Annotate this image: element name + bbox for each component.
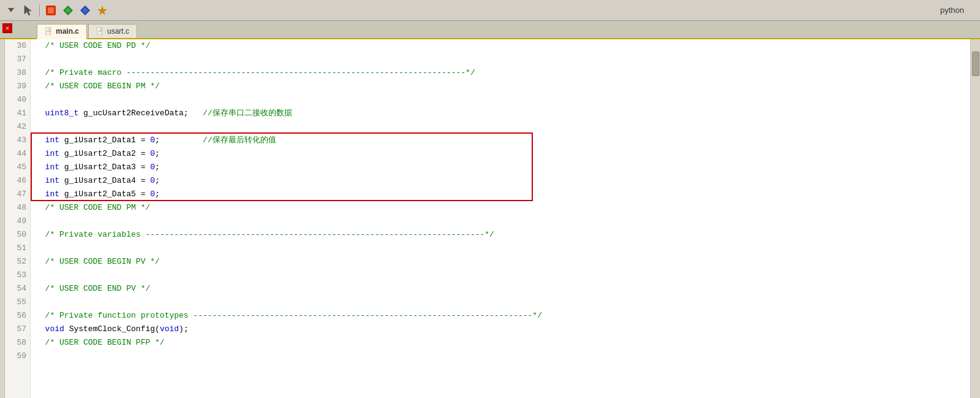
line-num-42: 42 bbox=[5, 120, 30, 134]
toolbar: python bbox=[0, 0, 980, 21]
code-line-52: /* USER CODE BEGIN PV */ bbox=[36, 255, 970, 269]
code-line-56: /* Private function prototypes ---------… bbox=[36, 309, 970, 323]
line-num-52: 52 bbox=[5, 255, 30, 269]
code-line-53 bbox=[36, 269, 970, 282]
line-num-56: 56 bbox=[5, 309, 30, 323]
tab-close-button[interactable]: ✕ bbox=[2, 23, 12, 33]
code-line-51 bbox=[36, 242, 970, 255]
code-line-49 bbox=[36, 215, 970, 228]
code-line-37 bbox=[36, 53, 970, 66]
code-line-36: /* USER CODE END PD */ bbox=[36, 39, 970, 53]
python-label: python bbox=[940, 6, 976, 15]
tab-bar: ✕ main.c usart.c bbox=[0, 21, 980, 39]
line-num-46: 46 bbox=[5, 174, 30, 188]
line-num-41: 41 bbox=[5, 107, 30, 120]
code-line-38: /* Private macro -----------------------… bbox=[36, 66, 970, 80]
line-num-48: 48 bbox=[5, 201, 30, 215]
line-num-45: 45 bbox=[5, 161, 30, 174]
line-num-55: 55 bbox=[5, 296, 30, 309]
green-diamond-icon[interactable] bbox=[61, 3, 75, 18]
code-line-47: int g_iUsart2_Data5 = 0; bbox=[36, 188, 970, 201]
code-line-42 bbox=[36, 120, 970, 134]
code-line-57: void SystemClock_Config(void); bbox=[36, 323, 970, 336]
line-num-39: 39 bbox=[5, 80, 30, 93]
line-num-44: 44 bbox=[5, 147, 30, 161]
line-num-43: 43 bbox=[5, 134, 30, 147]
line-num-36: 36 bbox=[5, 39, 30, 53]
svg-marker-0 bbox=[24, 6, 31, 15]
red-box-icon[interactable] bbox=[43, 3, 58, 18]
code-line-41: uint8_t g_ucUsart2ReceiveData; //保存串口二接收… bbox=[36, 107, 970, 120]
line-num-49: 49 bbox=[5, 215, 30, 228]
star-icon[interactable] bbox=[95, 3, 110, 18]
tab-main-c-label: main.c bbox=[56, 27, 79, 36]
toolbar-separator-1 bbox=[39, 4, 40, 17]
tab-main-c[interactable]: main.c bbox=[37, 24, 87, 39]
code-line-54: /* USER CODE END PV */ bbox=[36, 282, 970, 296]
code-line-58: /* USER CODE BEGIN PFP */ bbox=[36, 336, 970, 350]
line-num-58: 58 bbox=[5, 336, 30, 350]
code-line-55 bbox=[36, 296, 970, 309]
line-num-47: 47 bbox=[5, 188, 30, 201]
svg-rect-2 bbox=[48, 7, 54, 13]
blue-diamond-icon[interactable] bbox=[78, 3, 92, 18]
code-line-40 bbox=[36, 93, 970, 107]
code-line-59 bbox=[36, 350, 970, 363]
svg-marker-7 bbox=[97, 6, 107, 15]
cursor-icon[interactable] bbox=[21, 3, 36, 18]
line-num-50: 50 bbox=[5, 228, 30, 242]
editor-container: 36 37 38 39 40 41 42 43 44 45 46 47 48 4… bbox=[0, 39, 980, 398]
line-num-57: 57 bbox=[5, 323, 30, 336]
line-numbers: 36 37 38 39 40 41 42 43 44 45 46 47 48 4… bbox=[5, 39, 31, 398]
line-num-54: 54 bbox=[5, 282, 30, 296]
line-num-40: 40 bbox=[5, 93, 30, 107]
line-num-37: 37 bbox=[5, 53, 30, 66]
code-line-43: int g_iUsart2_Data1 = 0; //保存最后转化的值 bbox=[36, 134, 970, 147]
line-num-51: 51 bbox=[5, 242, 30, 255]
right-scrollbar[interactable] bbox=[970, 39, 980, 398]
code-line-50: /* Private variables -------------------… bbox=[36, 228, 970, 242]
tab-close-area: ✕ bbox=[2, 23, 12, 33]
line-num-59: 59 bbox=[5, 350, 30, 363]
code-line-48: /* USER CODE END PM */ bbox=[36, 201, 970, 215]
code-line-44: int g_iUsart2_Data2 = 0; bbox=[36, 147, 970, 161]
left-gutter bbox=[0, 39, 5, 398]
file-icon-usart bbox=[96, 27, 105, 36]
code-line-39: /* USER CODE BEGIN PM */ bbox=[36, 80, 970, 93]
scrollbar-thumb[interactable] bbox=[972, 52, 979, 76]
file-icon-main bbox=[45, 27, 53, 36]
tab-usart-c-label: usart.c bbox=[107, 27, 129, 36]
code-area[interactable]: /* USER CODE END PD */ /* Private macro … bbox=[31, 39, 970, 398]
line-num-38: 38 bbox=[5, 66, 30, 80]
code-line-45: int g_iUsart2_Data3 = 0; bbox=[36, 161, 970, 174]
line-num-53: 53 bbox=[5, 269, 30, 282]
arrow-down-icon[interactable] bbox=[4, 3, 18, 18]
tab-usart-c[interactable]: usart.c bbox=[88, 24, 137, 38]
code-line-46: int g_iUsart2_Data4 = 0; bbox=[36, 174, 970, 188]
